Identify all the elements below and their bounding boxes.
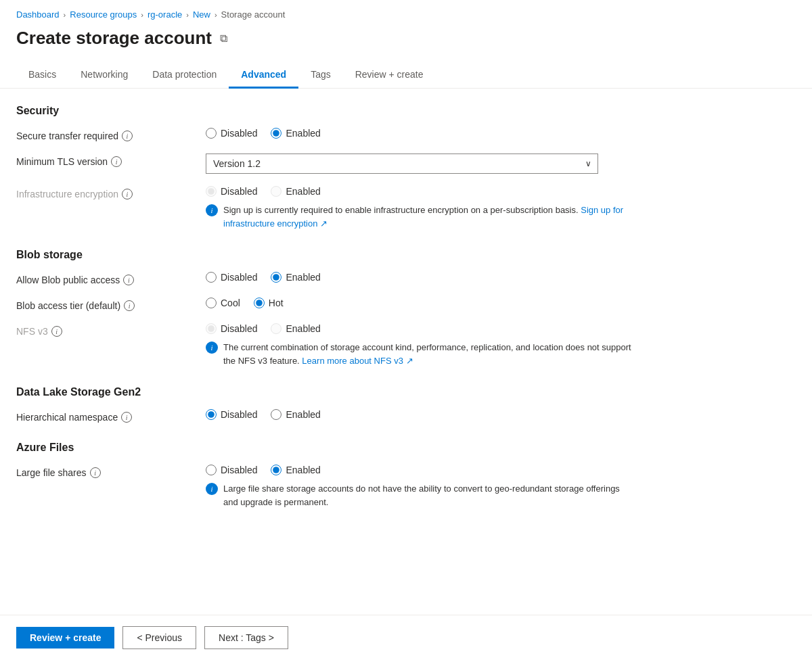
section-azure-files-title: Azure Files bbox=[16, 442, 633, 454]
control-hierarchical-namespace: Disabled Enabled bbox=[206, 409, 633, 420]
field-hierarchical-namespace: Hierarchical namespace i Disabled Enable… bbox=[16, 409, 633, 423]
large-file-shares-info-circle-icon: i bbox=[206, 483, 218, 495]
radio-hierarchical-enabled[interactable]: Enabled bbox=[271, 409, 320, 420]
breadcrumb-rg-oracle[interactable]: rg-oracle bbox=[148, 9, 182, 20]
breadcrumb-sep-1: › bbox=[64, 11, 66, 19]
control-secure-transfer: Disabled Enabled bbox=[206, 128, 633, 139]
radio-group-blob-public-access: Disabled Enabled bbox=[206, 272, 633, 283]
field-nfs-v3: NFS v3 i Disabled Enabled i The current … bbox=[16, 323, 633, 367]
label-large-file-shares: Large file shares i bbox=[16, 465, 206, 478]
section-security-title: Security bbox=[16, 105, 633, 117]
nfs-v3-info: i The current combination of storage acc… bbox=[206, 341, 633, 367]
nfs-v3-link[interactable]: Learn more about NFS v3 ↗ bbox=[302, 356, 413, 366]
field-blob-public-access: Allow Blob public access i Disabled Enab… bbox=[16, 272, 633, 285]
tab-data-protection[interactable]: Data protection bbox=[140, 62, 229, 89]
radio-infra-encryption-disabled[interactable]: Disabled bbox=[206, 186, 257, 197]
nfs-v3-external-link-icon: ↗ bbox=[406, 356, 413, 366]
large-file-shares-info-text: Large file share storage accounts do not… bbox=[223, 482, 633, 509]
nfs-v3-info-text: The current combination of storage accou… bbox=[223, 341, 633, 367]
info-icon-infra-encryption[interactable]: i bbox=[122, 189, 133, 199]
info-circle-icon: i bbox=[206, 204, 218, 216]
section-data-lake-title: Data Lake Storage Gen2 bbox=[16, 386, 633, 398]
breadcrumb-new[interactable]: New bbox=[193, 9, 210, 20]
info-icon-nfs-v3[interactable]: i bbox=[51, 326, 62, 337]
field-infra-encryption: Infrastructure encryption i Disabled Ena… bbox=[16, 186, 633, 230]
page-title: Create storage account bbox=[16, 28, 212, 49]
radio-group-blob-access-tier: Cool Hot bbox=[206, 298, 633, 308]
section-blob-title: Blob storage bbox=[16, 249, 633, 261]
info-icon-large-file-shares[interactable]: i bbox=[90, 467, 101, 478]
nfs-v3-info-circle-icon: i bbox=[206, 341, 218, 354]
label-nfs-v3: NFS v3 i bbox=[16, 323, 206, 337]
tls-version-select-wrapper: Version 1.0 Version 1.1 Version 1.2 ∨ bbox=[206, 154, 598, 174]
label-blob-access-tier: Blob access tier (default) i bbox=[16, 298, 206, 311]
breadcrumb: Dashboard › Resource groups › rg-oracle … bbox=[0, 0, 812, 25]
infra-encryption-info: i Sign up is currently required to enabl… bbox=[206, 204, 633, 230]
large-file-shares-info: i Large file share storage accounts do n… bbox=[206, 482, 633, 509]
radio-group-secure-transfer: Disabled Enabled bbox=[206, 128, 633, 139]
tab-networking[interactable]: Networking bbox=[68, 62, 140, 89]
tab-review-create[interactable]: Review + create bbox=[343, 62, 436, 89]
label-infra-encryption: Infrastructure encryption i bbox=[16, 186, 206, 199]
field-large-file-shares: Large file shares i Disabled Enabled i L… bbox=[16, 465, 633, 509]
breadcrumb-sep-3: › bbox=[186, 11, 189, 19]
infra-encryption-info-text: Sign up is currently required to enable … bbox=[223, 204, 633, 230]
breadcrumb-resource-groups[interactable]: Resource groups bbox=[70, 9, 137, 20]
breadcrumb-storage-account: Storage account bbox=[221, 9, 286, 20]
radio-secure-transfer-enabled[interactable]: Enabled bbox=[271, 128, 320, 139]
radio-group-large-file-shares: Disabled Enabled bbox=[206, 465, 633, 475]
control-blob-public-access: Disabled Enabled bbox=[206, 272, 633, 283]
radio-group-hierarchical-namespace: Disabled Enabled bbox=[206, 409, 633, 420]
copy-icon[interactable]: ⧉ bbox=[220, 32, 227, 45]
tab-basics[interactable]: Basics bbox=[16, 62, 68, 89]
tls-version-select[interactable]: Version 1.0 Version 1.1 Version 1.2 bbox=[206, 154, 598, 174]
page-header: Create storage account ⧉ bbox=[0, 25, 812, 62]
info-icon-blob-public-access[interactable]: i bbox=[123, 275, 134, 285]
radio-nfs-v3-enabled[interactable]: Enabled bbox=[271, 323, 320, 334]
label-blob-public-access: Allow Blob public access i bbox=[16, 272, 206, 285]
breadcrumb-dashboard[interactable]: Dashboard bbox=[16, 9, 60, 20]
radio-infra-encryption-enabled[interactable]: Enabled bbox=[271, 186, 320, 197]
radio-large-file-shares-disabled[interactable]: Disabled bbox=[206, 465, 257, 475]
main-content: Security Secure transfer required i Disa… bbox=[0, 89, 650, 575]
tab-advanced[interactable]: Advanced bbox=[229, 62, 298, 89]
label-hierarchical-namespace: Hierarchical namespace i bbox=[16, 409, 206, 423]
breadcrumb-sep-2: › bbox=[141, 11, 143, 19]
field-tls-version: Minimum TLS version i Version 1.0 Versio… bbox=[16, 154, 633, 174]
label-secure-transfer: Secure transfer required i bbox=[16, 128, 206, 141]
radio-nfs-v3-disabled[interactable]: Disabled bbox=[206, 323, 257, 334]
external-link-icon: ↗ bbox=[320, 218, 328, 229]
field-secure-transfer: Secure transfer required i Disabled Enab… bbox=[16, 128, 633, 141]
radio-blob-public-disabled[interactable]: Disabled bbox=[206, 272, 257, 283]
control-blob-access-tier: Cool Hot bbox=[206, 298, 633, 308]
radio-large-file-shares-enabled[interactable]: Enabled bbox=[271, 465, 320, 475]
control-tls-version: Version 1.0 Version 1.1 Version 1.2 ∨ bbox=[206, 154, 633, 174]
control-nfs-v3: Disabled Enabled i The current combinati… bbox=[206, 323, 633, 367]
info-icon-secure-transfer[interactable]: i bbox=[122, 131, 133, 141]
info-icon-tls[interactable]: i bbox=[111, 156, 122, 167]
info-icon-blob-access-tier[interactable]: i bbox=[124, 300, 135, 311]
radio-secure-transfer-disabled[interactable]: Disabled bbox=[206, 128, 257, 139]
control-infra-encryption: Disabled Enabled i Sign up is currently … bbox=[206, 186, 633, 230]
tab-tags[interactable]: Tags bbox=[298, 62, 343, 89]
breadcrumb-sep-4: › bbox=[215, 11, 217, 19]
radio-hierarchical-disabled[interactable]: Disabled bbox=[206, 409, 257, 420]
info-icon-hierarchical-namespace[interactable]: i bbox=[121, 412, 132, 423]
radio-blob-tier-cool[interactable]: Cool bbox=[206, 298, 240, 308]
radio-blob-tier-hot[interactable]: Hot bbox=[254, 298, 284, 308]
label-tls-version: Minimum TLS version i bbox=[16, 154, 206, 167]
control-large-file-shares: Disabled Enabled i Large file share stor… bbox=[206, 465, 633, 509]
field-blob-access-tier: Blob access tier (default) i Cool Hot bbox=[16, 298, 633, 311]
radio-blob-public-enabled[interactable]: Enabled bbox=[271, 272, 320, 283]
radio-group-nfs-v3: Disabled Enabled bbox=[206, 323, 633, 334]
radio-group-infra-encryption: Disabled Enabled bbox=[206, 186, 633, 197]
tabs-container: Basics Networking Data protection Advanc… bbox=[0, 62, 812, 89]
